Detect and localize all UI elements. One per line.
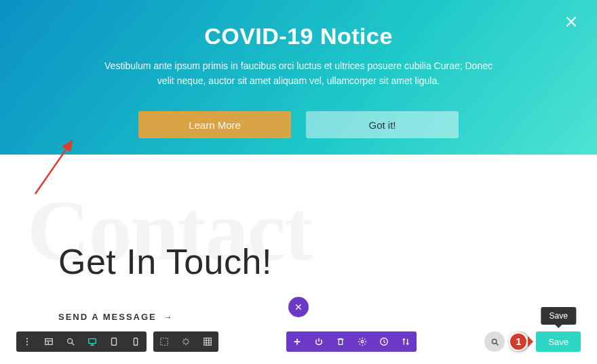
- svg-rect-11: [89, 339, 96, 344]
- save-button-label: Save: [548, 337, 569, 347]
- tablet-icon[interactable]: [103, 331, 125, 352]
- notice-banner: COVID-19 Notice Vestibulum ante ipsum pr…: [0, 0, 597, 155]
- builder-toolbar: Save 1 Save: [0, 331, 597, 352]
- trash-icon[interactable]: [330, 331, 351, 352]
- page-heading: Get In Touch!: [58, 241, 597, 282]
- banner-title: COVID-19 Notice: [27, 23, 570, 49]
- toolbar-group-view: [16, 331, 147, 352]
- svg-point-24: [361, 340, 364, 343]
- gear-icon[interactable]: [351, 331, 373, 352]
- svg-point-26: [492, 339, 497, 344]
- plus-icon[interactable]: [286, 331, 308, 352]
- desktop-icon[interactable]: [81, 331, 103, 352]
- page-content: Contact Get In Touch! SEND A MESSAGE →: [0, 155, 597, 358]
- svg-point-5: [26, 344, 28, 345]
- click-icon[interactable]: [175, 331, 197, 352]
- wireframe-icon[interactable]: [38, 331, 60, 352]
- svg-rect-14: [112, 338, 117, 346]
- svg-rect-17: [204, 338, 212, 346]
- svg-line-27: [496, 343, 498, 345]
- svg-point-3: [26, 338, 28, 339]
- send-message-link[interactable]: SEND A MESSAGE →: [58, 312, 597, 322]
- sort-icon[interactable]: [395, 331, 417, 352]
- grid-icon[interactable]: [197, 331, 218, 352]
- arrow-right-icon: →: [163, 312, 173, 322]
- menu-icon[interactable]: [16, 331, 38, 352]
- save-button[interactable]: Save 1 Save: [536, 331, 581, 352]
- save-tooltip: Save: [541, 307, 576, 325]
- toolbar-group-effects: [153, 331, 218, 352]
- svg-rect-15: [134, 338, 137, 346]
- got-it-button[interactable]: Got it!: [306, 111, 459, 138]
- history-icon[interactable]: [373, 331, 395, 352]
- close-banner-button[interactable]: [564, 15, 578, 31]
- zoom-icon[interactable]: [60, 331, 81, 352]
- search-icon[interactable]: [484, 331, 505, 352]
- power-icon[interactable]: [308, 331, 330, 352]
- annotation-badge: 1: [509, 332, 528, 351]
- banner-body: Vestibulum ante ipsum primis in faucibus…: [98, 59, 499, 88]
- close-section-button[interactable]: ✕: [288, 297, 309, 317]
- svg-point-9: [68, 339, 73, 344]
- svg-rect-16: [161, 338, 168, 346]
- svg-line-10: [72, 343, 75, 346]
- toolbar-group-actions: [286, 331, 417, 352]
- learn-more-button[interactable]: Learn More: [138, 111, 291, 138]
- svg-point-4: [26, 341, 28, 342]
- banner-buttons: Learn More Got it!: [27, 111, 570, 138]
- selection-icon[interactable]: [153, 331, 175, 352]
- send-message-label: SEND A MESSAGE: [58, 312, 157, 322]
- phone-icon[interactable]: [125, 331, 147, 352]
- svg-rect-6: [45, 339, 53, 345]
